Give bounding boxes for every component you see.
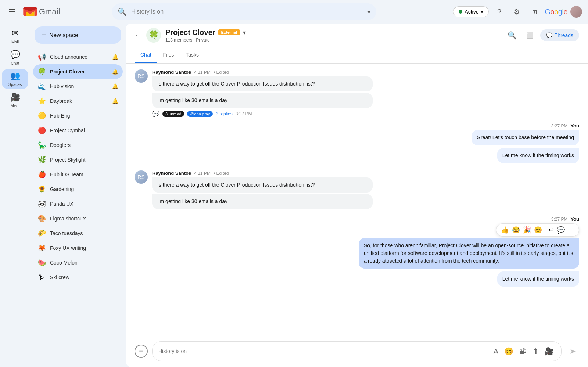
space-name-daybreak: Daybreak: [50, 98, 108, 104]
space-item-project-clover[interactable]: 🍀 Project Clover 🔔: [33, 64, 123, 79]
threads-icon: 💬: [546, 32, 552, 38]
upload-icon[interactable]: ⬆: [531, 345, 540, 357]
topbar-right: Active ▾ ? ⚙ ⊞ Google: [453, 4, 582, 19]
space-item-taco-tuesdays[interactable]: 🌮 Taco tuesdays: [33, 226, 123, 241]
space-item-daybreak[interactable]: ⭐ Daybreak 🔔: [33, 94, 123, 108]
thread-time: 3:27 PM: [236, 111, 252, 116]
search-dropdown-icon[interactable]: ▾: [368, 8, 370, 15]
space-item-figma-shortcuts[interactable]: 🎨 Figma shortcuts: [33, 211, 123, 226]
space-name-coco-melon: Coco Melon: [50, 260, 118, 266]
msg-header-3: Raymond Santos 4:11 PM • Edited: [152, 170, 579, 176]
space-item-ski-crew[interactable]: ⛷ Ski crew: [33, 270, 123, 285]
more-options-icon[interactable]: ⋮: [568, 226, 574, 234]
space-item-hub-ios[interactable]: 🍎 Hub iOS Team: [33, 167, 123, 182]
space-item-hub-vision[interactable]: 🌊 Hub vision 🔔: [33, 79, 123, 94]
threads-button[interactable]: 💬 Threads: [540, 29, 579, 41]
search-chat-button[interactable]: 🔍: [505, 28, 520, 43]
space-item-hub-eng[interactable]: 🟡 Hub Eng: [33, 108, 123, 123]
external-badge: External: [218, 29, 240, 35]
reply-icon[interactable]: ↩: [548, 226, 554, 234]
active-status-button[interactable]: Active ▾: [453, 6, 489, 17]
menu-button[interactable]: [6, 6, 18, 17]
msg-bubble-1a: Is there a way to get off the Clover Pro…: [152, 76, 373, 91]
send-button[interactable]: ➤: [566, 345, 579, 358]
message-input[interactable]: [158, 348, 489, 354]
sidebar-item-spaces[interactable]: 👥 Spaces: [2, 69, 28, 89]
msg-bubble-2a: Great! Let's touch base before the meeti…: [472, 130, 579, 145]
chat-dropdown-icon[interactable]: ▾: [243, 29, 246, 36]
sidebar-item-mail[interactable]: ✉ Mail: [2, 26, 28, 46]
reaction-smile[interactable]: 😊: [534, 226, 542, 234]
msg-content-3: Raymond Santos 4:11 PM • Edited Is there…: [152, 170, 579, 211]
space-icon-panda-ux: 🐼: [37, 199, 46, 208]
space-name-taco-tuesdays: Taco tuesdays: [50, 230, 118, 236]
gmail-logo: Gmail: [23, 7, 60, 17]
chat-header: ← 🍀 Project Clover External ▾ 113 member…: [126, 24, 588, 47]
avatar[interactable]: [570, 6, 582, 18]
msg-thread-info-1[interactable]: 💬 3 unread @ann gray 3 replies 3:27 PM: [152, 110, 579, 117]
search-input[interactable]: [131, 8, 363, 15]
msg-time-4: 3:27 PM: [551, 217, 568, 222]
sidebar-label-chat: Chat: [11, 61, 19, 65]
settings-button[interactable]: ⚙: [509, 4, 524, 19]
sidebar-item-chat[interactable]: 💬 Chat: [2, 48, 28, 68]
msg-sender-1: Raymond Santos: [152, 69, 191, 75]
space-name-project-clover: Project Clover: [50, 69, 108, 75]
space-item-project-skylight[interactable]: 🌿 Project Skylight: [33, 152, 123, 167]
reaction-party[interactable]: 🎉: [523, 226, 531, 234]
space-name-panda-ux: Panda UX: [50, 201, 118, 207]
format-text-icon[interactable]: A: [492, 346, 500, 357]
tab-tasks[interactable]: Tasks: [180, 47, 205, 63]
layout-button[interactable]: ⬜: [523, 28, 537, 43]
new-space-button[interactable]: + New space: [35, 26, 121, 44]
msg-time-1: 4:11 PM: [194, 70, 211, 75]
tab-files[interactable]: Files: [157, 47, 180, 63]
space-item-coco-melon[interactable]: 🍉 Coco Melon: [33, 255, 123, 270]
topbar: Gmail 🔍 ▾ Active ▾ ? ⚙ ⊞ Google: [0, 0, 588, 24]
add-content-button[interactable]: +: [135, 345, 148, 358]
input-area: + A 😊 📽 ⬆ 🎥 ➤: [126, 337, 588, 367]
sidebar-label-meet: Meet: [11, 104, 19, 108]
msg-edited-3: • Edited: [214, 171, 229, 176]
space-item-panda-ux[interactable]: 🐼 Panda UX: [33, 197, 123, 211]
pin-icon-daybreak: 🔔: [112, 98, 118, 104]
google-logo: Google: [545, 8, 567, 16]
video-clip-icon[interactable]: 📽: [518, 346, 528, 357]
search-bar[interactable]: 🔍 ▾: [112, 3, 376, 20]
reaction-thumbs-up[interactable]: 👍: [501, 226, 509, 234]
back-button[interactable]: ←: [135, 31, 142, 40]
sidebar-label-spaces: Spaces: [8, 82, 22, 87]
emoji-icon[interactable]: 😊: [503, 345, 515, 357]
msg-sender-3: Raymond Santos: [152, 170, 191, 176]
message-3: RS Raymond Santos 4:11 PM • Edited Is th…: [135, 170, 579, 211]
sidebar-item-meet[interactable]: 🎥 Meet: [2, 90, 28, 110]
reaction-laugh[interactable]: 😂: [512, 226, 520, 234]
space-icon-project-clover: 🍀: [37, 67, 46, 76]
thread-reply-icon[interactable]: 💬: [557, 226, 565, 234]
msg-content-4: You 3:27 PM 👍 😂 🎉 😊 ↩ 💬 ⋮ So, for those …: [135, 216, 579, 288]
msg-edited-1: • Edited: [214, 70, 229, 75]
msg-bubble-2b: Let me know if the timing works: [497, 148, 579, 163]
chat-area: ← 🍀 Project Clover External ▾ 113 member…: [126, 24, 588, 367]
space-icon-hub-vision: 🌊: [37, 82, 46, 91]
space-name-dooglers: Dooglers: [50, 142, 118, 148]
apps-button[interactable]: ⊞: [527, 4, 542, 19]
space-item-cloud-announce[interactable]: 📢 Cloud announce 🔔: [33, 50, 123, 64]
message-input-box: A 😊 📽 ⬆ 🎥: [152, 341, 562, 361]
help-button[interactable]: ?: [492, 4, 506, 19]
space-item-project-cymbal[interactable]: 🔴 Project Cymbal: [33, 123, 123, 138]
space-item-gardening[interactable]: 🌻 Gardening: [33, 182, 123, 197]
space-icon-gardening: 🌻: [37, 185, 46, 194]
space-item-dooglers[interactable]: 🦕 Dooglers: [33, 138, 123, 152]
space-icon-cloud-announce: 📢: [37, 53, 46, 61]
sidebar-label-mail: Mail: [11, 40, 19, 44]
space-item-foxy-ux[interactable]: 🦊 Foxy UX writing: [33, 241, 123, 255]
message-4: You 3:27 PM 👍 😂 🎉 😊 ↩ 💬 ⋮ So, for those …: [135, 216, 579, 288]
space-name-hub-vision: Hub vision: [50, 83, 108, 89]
video-call-icon[interactable]: 🎥: [543, 345, 555, 357]
space-name-hub-eng: Hub Eng: [50, 113, 118, 119]
sidebar: ✉ Mail 💬 Chat 👥 Spaces 🎥 Meet: [0, 24, 30, 367]
tab-chat[interactable]: Chat: [135, 47, 157, 63]
msg-sender-4: You: [570, 216, 579, 222]
input-actions: A 😊 📽 ⬆ 🎥: [492, 345, 555, 357]
